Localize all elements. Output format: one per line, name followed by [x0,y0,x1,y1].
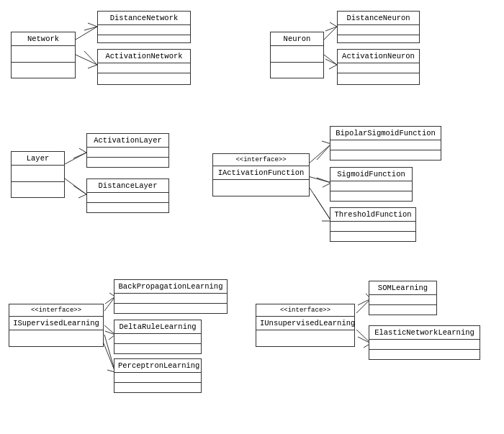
box-ActivationNeuron-s1 [338,63,419,73]
box-IUnsupervisedLearning-stereotype: <<interface>> [256,304,354,317]
box-IUnsupervisedLearning-title: IUnsupervisedLearning [256,317,354,330]
box-ISupervisedLearning-title: ISupervisedLearning [9,317,103,330]
box-DistanceNetwork: DistanceNetwork [97,11,191,43]
box-ActivationNetwork-s1 [98,63,190,73]
box-BipolarSigmoidFunction: BipolarSigmoidFunction [330,126,441,161]
box-IUnsupervisedLearning-s1 [256,330,354,340]
box-Network-title: Network [12,32,75,46]
box-ThresholdFunction: ThresholdFunction [330,207,416,242]
svg-line-8 [308,186,331,221]
box-SOMLearning-title: SOMLearning [369,281,436,295]
box-IUnsupervisedLearning: <<interface>> IUnsupervisedLearning [256,304,355,347]
box-ActivationLayer-title: ActivationLayer [87,134,168,148]
box-IActivationFunction-s1 [213,180,309,190]
box-Network-s1 [12,46,75,63]
svg-line-3 [324,55,337,65]
box-ActivationNetwork-title: ActivationNetwork [98,50,190,63]
svg-line-7 [308,176,331,183]
box-DistanceNeuron-s2 [338,35,419,45]
box-Neuron-s1 [271,46,323,63]
box-BipolarSigmoidFunction-s1 [330,140,441,150]
box-ActivationLayer-s1 [87,148,168,158]
box-DistanceNetwork-s1 [98,25,190,35]
box-ActivationLayer: ActivationLayer [86,133,169,168]
svg-line-6 [308,144,331,164]
box-ISupervisedLearning-stereotype: <<interface>> [9,304,103,317]
box-ActivationNeuron-s2 [338,73,419,83]
box-ISupervisedLearning: <<interface>> ISupervisedLearning [9,304,104,347]
svg-line-1 [76,55,97,65]
box-ThresholdFunction-s1 [330,222,415,232]
box-PerceptronLearning: PerceptronLearning [114,358,202,393]
svg-line-0 [76,27,97,40]
box-SOMLearning-s2 [369,305,436,315]
box-SigmoidFunction: SigmoidFunction [330,167,413,202]
box-PerceptronLearning-s2 [114,383,201,393]
box-SigmoidFunction-s2 [330,191,412,202]
box-DistanceNeuron: DistanceNeuron [337,11,420,43]
box-DeltaRuleLearning-s2 [114,344,201,354]
box-ActivationNetwork: ActivationNetwork [97,49,191,85]
box-ElasticNetworkLearning-title: ElasticNetworkLearning [369,326,480,340]
box-ThresholdFunction-title: ThresholdFunction [330,208,415,222]
box-DistanceNetwork-title: DistanceNetwork [98,12,190,25]
box-DistanceLayer-title: DistanceLayer [87,179,168,193]
box-BipolarSigmoidFunction-s2 [330,150,441,161]
box-Neuron-title: Neuron [271,32,323,46]
box-Layer: Layer [11,151,65,198]
box-Network-s2 [12,63,75,78]
box-DeltaRuleLearning-s1 [114,334,201,344]
box-SOMLearning-s1 [369,295,436,305]
box-SOMLearning: SOMLearning [369,281,437,315]
box-IActivationFunction: <<interface>> IActivationFunction [212,153,310,196]
box-IActivationFunction-stereotype: <<interface>> [213,154,309,166]
svg-line-4 [65,153,86,164]
box-SigmoidFunction-title: SigmoidFunction [330,168,412,181]
box-PerceptronLearning-s1 [114,373,201,383]
box-DeltaRuleLearning: DeltaRuleLearning [114,320,202,354]
box-ISupervisedLearning-s1 [9,330,103,340]
svg-line-2 [324,27,337,40]
box-DistanceNeuron-title: DistanceNeuron [338,12,419,25]
box-DistanceNeuron-s1 [338,25,419,35]
svg-line-5 [65,178,86,194]
box-ThresholdFunction-s2 [330,232,415,242]
uml-diagram: Network DistanceNetwork ActivationNetwor… [0,0,504,434]
box-ActivationLayer-s2 [87,158,168,168]
arrows-svg [0,0,504,434]
box-BackPropagationLearning: BackPropagationLearning [114,279,228,314]
box-BackPropagationLearning-s2 [114,304,227,314]
box-Layer-s2 [12,182,64,197]
box-ElasticNetworkLearning: ElasticNetworkLearning [369,325,480,360]
box-PerceptronLearning-title: PerceptronLearning [114,359,201,373]
box-Layer-s1 [12,166,64,182]
box-DistanceLayer: DistanceLayer [86,178,169,213]
box-ElasticNetworkLearning-s1 [369,340,480,350]
box-DeltaRuleLearning-title: DeltaRuleLearning [114,320,201,334]
box-SigmoidFunction-s1 [330,181,412,191]
box-BackPropagationLearning-s1 [114,294,227,304]
box-BipolarSigmoidFunction-title: BipolarSigmoidFunction [330,127,441,140]
box-DistanceNetwork-s2 [98,35,190,45]
box-ActivationNeuron: ActivationNeuron [337,49,420,85]
box-Neuron-s2 [271,63,323,78]
box-DistanceLayer-s2 [87,203,168,213]
box-Neuron: Neuron [270,32,324,78]
box-DistanceLayer-s1 [87,193,168,203]
box-Layer-title: Layer [12,152,64,166]
box-ActivationNeuron-title: ActivationNeuron [338,50,419,63]
box-Network: Network [11,32,76,78]
box-BackPropagationLearning-title: BackPropagationLearning [114,280,227,294]
box-ElasticNetworkLearning-s2 [369,350,480,360]
box-IActivationFunction-title: IActivationFunction [213,166,309,180]
box-ActivationNetwork-s2 [98,73,190,83]
